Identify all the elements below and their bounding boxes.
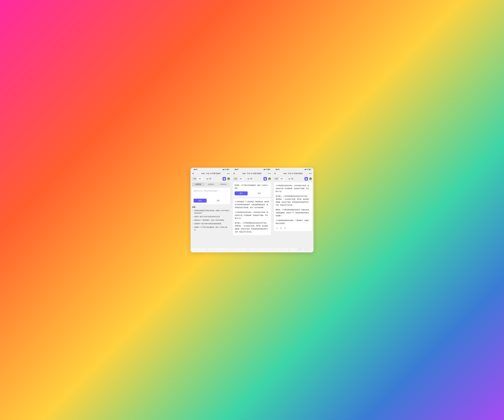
cellular-icon bbox=[305, 169, 306, 170]
navbar: ✕ Aski - 中文 AI 问答与创作 ••• bbox=[272, 171, 313, 176]
story-paragraph: 小马蒂亚斯决定每天抽出一小时时间练习绘画。他知道这不是一件容易的事，但是他乐于挑… bbox=[235, 211, 269, 220]
prompt-input-filled[interactable]: 我需要一个关于毅力的有趣故事，面向7~10岁的小朋友。 bbox=[234, 184, 270, 190]
result-card: 小马蒂亚斯决定每天抽出一小时时间练习绘画。他知道这不是一件容易的事，但是他乐于挑… bbox=[274, 182, 312, 231]
download-button[interactable]: 下载 bbox=[287, 178, 294, 180]
more-icon[interactable]: ••• bbox=[227, 172, 230, 175]
avatar[interactable]: 👩 bbox=[227, 177, 230, 180]
status-time: 15:17 bbox=[276, 168, 279, 170]
devices-icon bbox=[206, 178, 208, 180]
download-label: 下载 bbox=[209, 178, 211, 180]
story-paragraph: 慢慢地，小马蒂亚斯的技能开始提高，他画出的画作越来越精美，甚至有一天，他的画作被… bbox=[276, 208, 310, 217]
bottom-nav: 〈 〉 bbox=[191, 248, 231, 252]
tab-create[interactable]: 创作 bbox=[197, 177, 203, 180]
trash-icon[interactable] bbox=[284, 227, 286, 229]
status-indicators: ⚡ bbox=[264, 169, 270, 170]
page-title: Aski - 中文 AI 问答与创作 bbox=[196, 172, 226, 175]
battery-icon: ⚡ bbox=[309, 169, 311, 170]
panel-3: 15:17 ⚡ ✕ Aski - 中文 AI 问答与创作 ••• 问答 创作 下… bbox=[272, 168, 313, 252]
tab-qa[interactable]: 问答 bbox=[192, 177, 197, 180]
examples-list: 我希望发展我的互联网运营技能，你能写一封关于我自己的求职信吗？ 我想写一篇关于全… bbox=[192, 209, 230, 231]
toolbar: 问答 创作 下载 👩 bbox=[232, 176, 272, 182]
toolbar: 问答 创作 下载 👩 bbox=[272, 176, 313, 182]
status-indicators: ⚡ bbox=[305, 169, 311, 170]
result-card: 小马蒂亚斯是一个7岁的男孩，他热爱绘画。他的朋友们经常赞赏他的画作，但是他想要做… bbox=[233, 198, 271, 235]
page-title: Aski - 中文 AI 问答与创作 bbox=[237, 172, 267, 175]
wifi-icon bbox=[265, 169, 267, 170]
status-bar: 15:17 ⚡ bbox=[272, 168, 313, 171]
download-button[interactable]: 下载 bbox=[205, 178, 212, 180]
prompt-input[interactable]: 需要写点什么？请在此表达你的想法 bbox=[193, 190, 228, 197]
tab-create[interactable]: 创作 bbox=[238, 177, 244, 180]
page-title: Aski - 中文 AI 问答与创作 bbox=[278, 172, 308, 175]
example-item[interactable]: 我想写一篇关于全球气候变化的评论文章。 bbox=[194, 215, 230, 218]
bottom-nav: 〈 〉 bbox=[232, 248, 272, 252]
story-paragraph: 小马蒂亚斯是一个7岁的男孩，他热爱绘画。他的朋友们经常赞赏他的画作，但是他想要做… bbox=[235, 200, 269, 209]
copy-icon[interactable] bbox=[280, 227, 282, 229]
more-icon[interactable]: ••• bbox=[309, 172, 312, 175]
shop-button[interactable] bbox=[264, 177, 267, 180]
toolbar-right: 👩 bbox=[222, 177, 230, 180]
example-item[interactable]: 我需要写一部以巴黎为背景的浪漫剧情电影。 bbox=[194, 222, 230, 225]
close-icon[interactable]: ✕ bbox=[192, 172, 195, 175]
wifi-icon bbox=[306, 169, 308, 170]
mode-segmented-control: 问答 创作 bbox=[274, 177, 285, 181]
forward-icon[interactable]: 〉 bbox=[215, 249, 216, 252]
tab-qa[interactable]: 问答 bbox=[274, 177, 279, 180]
subtab-write[interactable]: 内容写作 bbox=[192, 183, 204, 186]
shop-button[interactable] bbox=[305, 177, 308, 180]
back-icon[interactable]: 〈 bbox=[246, 249, 248, 252]
tab-create[interactable]: 创作 bbox=[279, 177, 284, 180]
avatar[interactable]: 👩 bbox=[309, 177, 312, 180]
back-icon[interactable]: 〈 bbox=[205, 249, 207, 252]
download-button[interactable]: 下载 bbox=[246, 178, 253, 180]
download-label: 下载 bbox=[290, 178, 293, 180]
app-frame: 15:17 ⚡ ✕ Aski - 中文 AI 问答与创作 ••• 问答 创作 下… bbox=[191, 168, 313, 252]
status-bar: 15:17 ⚡ bbox=[232, 168, 272, 171]
bag-icon bbox=[223, 178, 225, 180]
clear-button[interactable]: 清空 bbox=[208, 200, 228, 202]
status-time: 15:17 bbox=[193, 168, 197, 170]
toolbar: 问答 创作 下载 👩 bbox=[191, 176, 231, 182]
back-icon[interactable]: 〈 bbox=[287, 249, 289, 252]
panel-2: 15:17 ⚡ ✕ Aski - 中文 AI 问答与创作 ••• 问答 创作 下… bbox=[232, 168, 273, 252]
status-time: 15:17 bbox=[234, 168, 238, 170]
forward-icon[interactable]: 〉 bbox=[296, 249, 299, 252]
example-item[interactable]: 我昨晚去了一家粤菜餐厅，提供一些评论的思路。 bbox=[194, 219, 230, 222]
svg-point-6 bbox=[307, 170, 307, 170]
status-bar: 15:17 ⚡ bbox=[191, 168, 231, 171]
bag-icon bbox=[264, 178, 266, 180]
bag-icon bbox=[305, 178, 307, 180]
examples-title: 示例： bbox=[192, 206, 230, 208]
content-area: 我需要一个关于毅力的有趣故事，面向7~10岁的小朋友。 提交 清空 小马蒂亚斯是… bbox=[232, 182, 272, 248]
submit-button[interactable]: 提交 bbox=[234, 192, 248, 195]
tab-qa[interactable]: 问答 bbox=[233, 177, 238, 180]
story-paragraph: 小马蒂亚斯决定每天抽出一小时时间练习绘画。他知道这不是一件容易的事，但是他乐于挑… bbox=[276, 184, 310, 193]
content-area: 小马蒂亚斯决定每天抽出一小时时间练习绘画。他知道这不是一件容易的事，但是他乐于挑… bbox=[272, 182, 313, 248]
cellular-icon bbox=[222, 169, 224, 170]
example-item[interactable]: 我希望发展我的互联网运营技能，你能写一封关于我自己的求职信吗？ bbox=[194, 209, 230, 214]
prompt-input-card: 需要写点什么？请在此表达你的想法 提交 清空 bbox=[192, 188, 230, 204]
devices-icon bbox=[288, 178, 290, 180]
navbar: ✕ Aski - 中文 AI 问答与创作 ••• bbox=[232, 171, 272, 176]
example-item[interactable]: 我需要一个关于毅力的有趣故事，面向7~10岁的小朋友。 bbox=[194, 226, 230, 231]
story-paragraph: 每天晚上，小马蒂亚斯都会坚定地坐在桌子旁边，拿着画笔，一点点的练习绘画。有时候，… bbox=[235, 222, 269, 233]
avatar[interactable]: 👩 bbox=[268, 177, 271, 180]
subtab-improve[interactable]: 内容优化 bbox=[205, 183, 217, 186]
more-icon[interactable]: ••• bbox=[268, 172, 271, 175]
navbar: ✕ Aski - 中文 AI 问答与创作 ••• bbox=[191, 171, 231, 176]
close-icon[interactable]: ✕ bbox=[274, 172, 277, 175]
input-actions: 提交 清空 bbox=[193, 199, 228, 203]
undo-icon[interactable] bbox=[276, 227, 278, 229]
shop-button[interactable] bbox=[222, 177, 226, 180]
status-indicators: ⚡ bbox=[222, 169, 229, 170]
clear-button[interactable]: 清空 bbox=[249, 192, 270, 194]
content-area: 内容写作 内容优化 内容补全 需要写点什么？请在此表达你的想法 提交 清空 示例… bbox=[191, 182, 231, 248]
devices-icon bbox=[247, 178, 249, 180]
svg-rect-11 bbox=[285, 228, 286, 229]
story-paragraph: 每天晚上，小马蒂亚斯都会坚定地坐在桌子旁边，拿着画笔，一点点的练习绘画。有时候，… bbox=[276, 195, 310, 206]
download-label: 下载 bbox=[250, 178, 252, 180]
forward-icon[interactable]: 〉 bbox=[256, 249, 258, 252]
subtab-complete[interactable]: 内容补全 bbox=[217, 183, 230, 186]
close-icon[interactable]: ✕ bbox=[233, 172, 236, 175]
submit-button[interactable]: 提交 bbox=[193, 199, 207, 203]
